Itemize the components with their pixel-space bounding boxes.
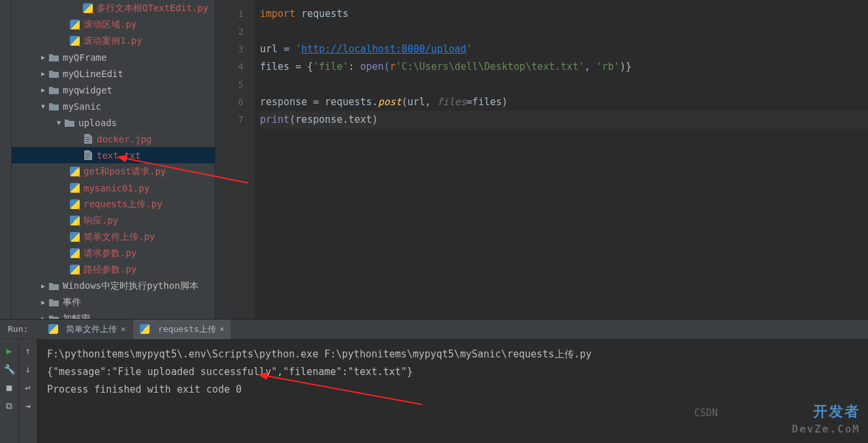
tree-item-label: myQFrame — [63, 52, 106, 63]
chevron-icon[interactable]: ▼ — [54, 119, 64, 126]
console-output[interactable]: F:\pythonitems\mypyqt5\.env\Scripts\pyth… — [37, 339, 868, 443]
tree-item[interactable]: ▼uploads — [12, 114, 215, 131]
tree-item-label: 滚动区域.py — [84, 19, 137, 31]
tree-item-label: 响应.py — [84, 215, 118, 227]
layout-icon[interactable]: ⧉ — [4, 401, 14, 411]
module-name: requests — [301, 8, 348, 20]
code-area[interactable]: import requests url = 'http://localhost:… — [255, 0, 868, 319]
svg-rect-3 — [86, 154, 90, 154]
url-link[interactable]: http://localhost:8000/upload — [301, 43, 466, 55]
run-tab-2[interactable]: requests上传 ✕ — [133, 320, 231, 339]
tree-item[interactable]: requests上传.py — [12, 196, 215, 212]
tree-item[interactable]: ▶事件 — [12, 294, 215, 310]
console-line: {"message":"File uploaded successfully",… — [47, 363, 858, 381]
tree-item[interactable]: 多行文本框QTextEdit.py — [12, 0, 215, 16]
tree-item[interactable]: 响应.py — [12, 212, 215, 229]
file-icon — [82, 134, 93, 144]
op: = — [295, 61, 301, 73]
python-icon — [69, 199, 80, 210]
str: 'C:\Users\dell\Desktop\text.txt' — [396, 61, 585, 73]
builtin: print — [260, 114, 289, 125]
op: = — [283, 43, 289, 55]
run-tab-1[interactable]: 简单文件上传 ✕ — [41, 320, 132, 339]
var: url — [260, 43, 283, 55]
line-number: 1 — [216, 5, 244, 23]
watermark-title: 开发者 — [813, 402, 860, 420]
line-gutter: 1234567 — [216, 0, 255, 319]
code-editor[interactable]: 1234567 import requests url = 'http://lo… — [216, 0, 868, 319]
close-icon[interactable]: ✕ — [220, 325, 225, 333]
chevron-icon[interactable]: ▶ — [38, 86, 48, 93]
tree-item-label: 路径参数.py — [84, 264, 137, 276]
watermark-csdn: CSDN — [694, 404, 718, 422]
tree-item[interactable]: 路径参数.py — [12, 261, 215, 278]
tree-item[interactable]: ▶Windows中定时执行python脚本 — [12, 278, 215, 294]
str: ' — [466, 43, 472, 55]
tree-item[interactable]: ▶加解密 — [12, 310, 215, 319]
chevron-icon[interactable]: ▶ — [38, 70, 48, 77]
tree-item-label: myQLineEdit — [63, 69, 123, 79]
python-icon — [82, 3, 93, 14]
left-gutter — [0, 0, 12, 319]
stop-icon[interactable]: ■ — [4, 382, 14, 393]
chevron-icon[interactable]: ▶ — [38, 54, 48, 61]
tree-item-label: get和post请求.py — [84, 166, 166, 178]
tree-item[interactable]: 简单文件上传.py — [12, 229, 215, 245]
tree-item-label: 加解密 — [63, 313, 90, 320]
tree-item[interactable]: ▶myqwidget — [12, 82, 215, 98]
tree-item[interactable]: ▼mySanic — [12, 98, 215, 114]
python-icon — [69, 36, 80, 46]
up-arrow-icon[interactable]: ↑ — [23, 346, 33, 356]
tree-item[interactable]: 请求参数.py — [12, 245, 215, 261]
play-icon[interactable]: ▶ — [4, 346, 14, 356]
run-toolbar-left2: ↑ ↓ ↩ ⇥ — [18, 339, 37, 443]
tree-item[interactable]: docker.jpg — [12, 131, 215, 147]
tree-item[interactable]: get和post请求.py — [12, 163, 215, 180]
args: (response.text — [289, 114, 372, 125]
chevron-icon[interactable]: ▼ — [38, 103, 48, 110]
tree-item[interactable]: mysanic01.py — [12, 180, 215, 196]
run-tool-window: Run: 简单文件上传 ✕ requests上传 ✕ ▶ 🔧 ■ ⧉ ↑ ↓ ↩… — [0, 319, 868, 443]
kwarg: files — [437, 96, 466, 108]
scroll-icon[interactable]: ⇥ — [23, 401, 33, 411]
op: = — [313, 96, 319, 108]
mod-ref: requests. — [319, 96, 378, 108]
keyword: import — [260, 8, 295, 20]
chevron-icon[interactable]: ▶ — [38, 282, 48, 289]
tree-item-label: 滚动案例1.py — [84, 35, 142, 47]
folder-icon — [48, 101, 59, 112]
line-number: 3 — [216, 41, 244, 58]
python-icon — [69, 183, 80, 193]
tree-item[interactable]: 滚动区域.py — [12, 16, 215, 33]
down-arrow-icon[interactable]: ↓ — [23, 364, 33, 374]
python-icon — [69, 167, 80, 177]
var: response — [260, 96, 313, 108]
tree-item[interactable]: text.txt — [12, 147, 215, 163]
tree-item[interactable]: ▶myQFrame — [12, 49, 215, 65]
python-icon — [140, 324, 150, 335]
chevron-icon[interactable]: ▶ — [38, 299, 48, 306]
run-header: Run: 简单文件上传 ✕ requests上传 ✕ — [0, 320, 868, 339]
svg-rect-5 — [86, 157, 89, 158]
python-icon — [69, 265, 80, 275]
project-tree[interactable]: 多行文本框QTextEdit.py滚动区域.py滚动案例1.py▶myQFram… — [12, 0, 216, 319]
wrap-icon[interactable]: ↩ — [23, 382, 33, 393]
line-number: 7 — [216, 111, 244, 129]
python-icon — [69, 20, 80, 30]
str: 'rb' — [596, 61, 620, 73]
wrench-icon[interactable]: 🔧 — [4, 364, 14, 374]
folder-icon — [48, 52, 59, 63]
close-icon[interactable]: ✕ — [121, 325, 125, 333]
tree-item-label: mySanic — [63, 101, 101, 112]
watermark-sub: DevZe.CoM — [792, 420, 860, 438]
tree-item[interactable]: 滚动案例1.py — [12, 33, 215, 49]
comma: , — [585, 61, 596, 73]
folder-icon — [48, 297, 59, 308]
python-icon — [69, 232, 80, 242]
op: : — [348, 61, 354, 73]
prefix: r — [390, 61, 396, 73]
folder-icon — [48, 69, 59, 79]
svg-rect-0 — [86, 137, 90, 138]
str: 'file' — [313, 61, 348, 73]
tree-item[interactable]: ▶myQLineEdit — [12, 65, 215, 82]
